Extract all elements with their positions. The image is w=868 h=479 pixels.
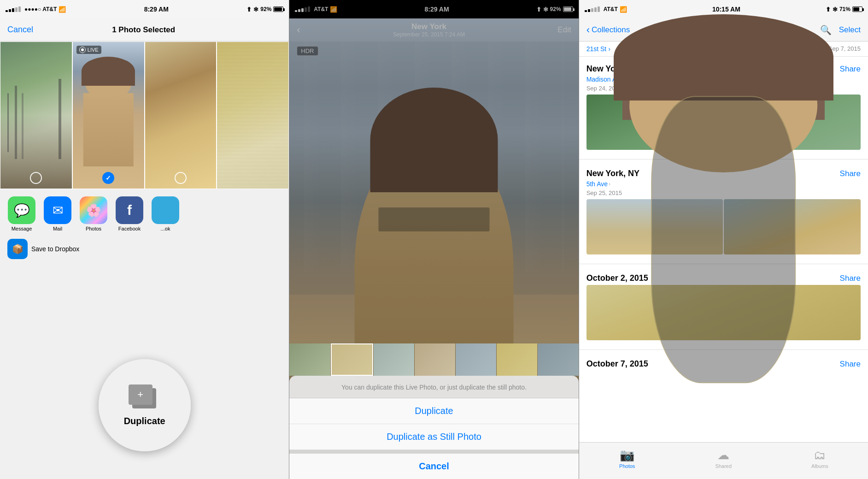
- street-element: [15, 86, 17, 159]
- moment-photos-3: [586, 285, 861, 340]
- share-button-1[interactable]: Share: [840, 65, 861, 74]
- share-app-mail[interactable]: ✉ Mail: [41, 196, 74, 231]
- film-thumb[interactable]: [374, 343, 414, 376]
- gps-p3: ⬆: [826, 6, 831, 13]
- watch-shape: [651, 285, 796, 340]
- battery-bar-p3: [852, 6, 862, 12]
- share-button-3[interactable]: Share: [840, 274, 861, 283]
- bt-p3: ✻: [833, 6, 838, 13]
- dropbox-icon: 📦: [7, 239, 28, 259]
- share-button-4[interactable]: Share: [840, 360, 861, 369]
- signal-dot: [18, 6, 21, 12]
- duplicate-button[interactable]: Duplicate: [289, 398, 578, 424]
- photo-bg-street: [0, 42, 72, 189]
- duplicate-label: Duplicate: [124, 416, 165, 426]
- share-app-facebook[interactable]: f Facebook: [113, 196, 146, 231]
- mail-app-icon: ✉: [44, 196, 71, 224]
- film-thumb-active[interactable]: [331, 343, 373, 376]
- dup-card-front: +: [129, 384, 152, 405]
- partial-location: 21st St ›: [586, 45, 610, 53]
- selection-circle-1[interactable]: [30, 172, 42, 184]
- photo-thumb-3[interactable]: [145, 41, 217, 189]
- film-thumb[interactable]: [415, 343, 455, 376]
- back-to-collections[interactable]: ‹ Collections: [586, 24, 630, 36]
- share-actions-area: 📦 Save to Dropbox + Duplicate: [0, 235, 289, 479]
- dropbox-row[interactable]: 📦 Save to Dropbox: [0, 235, 289, 263]
- selection-count-title: 1 Photo Selected: [112, 25, 175, 35]
- share-app-message[interactable]: 💬 Message: [6, 196, 38, 231]
- partial-app-icon: [152, 196, 179, 224]
- panel-photo-viewer: AT&T 📶 8:29 AM ⬆ ✻ 92%: [289, 0, 579, 479]
- photos-app-label: Photos: [86, 226, 101, 231]
- message-app-label: Message: [12, 226, 32, 231]
- photo-thumb-4[interactable]: [217, 41, 289, 189]
- search-icon[interactable]: 🔍: [820, 24, 832, 35]
- share-app-partial[interactable]: ...ok: [149, 196, 182, 231]
- bluetooth-icon: ✻: [253, 6, 258, 13]
- signal-dots: [6, 6, 21, 12]
- bat-pct-p3: 71%: [839, 6, 850, 12]
- photos-grid: LIVE ✓: [0, 41, 289, 189]
- status-left-p3: AT&T 📶: [585, 6, 627, 13]
- film-thumb[interactable]: [456, 343, 496, 376]
- street-element: [59, 79, 61, 160]
- moments-list: 21st St › Sep 7, 2015 New York, NY Share…: [579, 41, 868, 442]
- signal-dot: [6, 10, 8, 12]
- film-thumb[interactable]: [538, 343, 578, 376]
- facebook-app-label: Facebook: [118, 226, 141, 231]
- tab-albums[interactable]: 🗂 Albums: [772, 448, 868, 469]
- live-badge: LIVE: [76, 46, 101, 54]
- signal-dot: [588, 9, 590, 12]
- shared-tab-label: Shared: [716, 463, 732, 469]
- signal-dot: [9, 9, 11, 12]
- carrier-text: ●●●●○ AT&T: [24, 6, 57, 12]
- battery-fill: [274, 7, 282, 11]
- street-element: [22, 93, 23, 159]
- share-button-2[interactable]: Share: [840, 169, 861, 178]
- duplicate-still-button[interactable]: Duplicate as Still Photo: [289, 424, 578, 450]
- photo-thumb-1[interactable]: [0, 41, 72, 189]
- selection-circle-3[interactable]: [175, 172, 187, 184]
- cancel-dialog-button[interactable]: Cancel: [289, 454, 578, 479]
- signal-dot: [598, 6, 600, 12]
- share-app-photos[interactable]: 🌸 Photos: [77, 196, 110, 231]
- carrier-p3: AT&T: [604, 6, 618, 12]
- checkmark-icon: ✓: [106, 174, 111, 182]
- cancel-button[interactable]: Cancel: [7, 25, 33, 35]
- collections-back-label: Collections: [592, 25, 630, 35]
- moment-item-3: October 2, 2015 Share: [579, 266, 868, 348]
- tab-bar-p3: 📷 Photos ☁ Shared 🗂 Albums: [579, 442, 868, 479]
- message-app-icon: 💬: [8, 196, 35, 224]
- albums-tab-label: Albums: [811, 463, 828, 469]
- dup-plus-icon: +: [137, 389, 143, 401]
- film-thumb[interactable]: [497, 343, 537, 376]
- photo-bg-face: [145, 42, 217, 189]
- photo-thumb-2[interactable]: LIVE ✓: [72, 41, 145, 189]
- time-display: 8:29 AM: [144, 6, 169, 13]
- status-left: ●●●●○ AT&T 📶: [6, 6, 66, 13]
- share-apps-row: 💬 Message ✉ Mail 🌸 Photos f Facebook ...…: [0, 189, 289, 235]
- nav-bar-panel1: Cancel 1 Photo Selected: [0, 18, 289, 41]
- tab-shared[interactable]: ☁ Shared: [675, 448, 772, 469]
- battery-percent: 92%: [260, 6, 271, 12]
- select-button[interactable]: Select: [839, 25, 861, 35]
- status-right: ⬆ ✻ 92%: [246, 6, 283, 13]
- signal-dot: [15, 7, 18, 12]
- battery-bar: [273, 6, 283, 12]
- dropbox-label: Save to Dropbox: [31, 245, 79, 253]
- mail-app-label: Mail: [53, 226, 62, 231]
- sublocation-text-2: 5th Ave: [586, 180, 608, 188]
- signal-dot: [591, 8, 593, 12]
- dialog-message-text: You can duplicate this Live Photo, or ju…: [289, 376, 578, 398]
- status-bar-panel1: ●●●●○ AT&T 📶 8:29 AM ⬆ ✻ 92%: [0, 0, 289, 18]
- face-hair: [82, 57, 135, 86]
- moment-photo-3a[interactable]: [586, 285, 861, 340]
- photo-bg-watch: [586, 285, 861, 340]
- tab-photos[interactable]: 📷 Photos: [579, 448, 675, 469]
- albums-tab-icon: 🗂: [814, 448, 826, 462]
- selection-circle-2[interactable]: ✓: [102, 172, 114, 184]
- film-thumb[interactable]: [289, 343, 330, 376]
- partial-date: Sep 7, 2015: [828, 45, 861, 53]
- wifi-p3: 📶: [620, 6, 627, 13]
- duplicate-dialog: You can duplicate this Live Photo, or ju…: [289, 376, 578, 479]
